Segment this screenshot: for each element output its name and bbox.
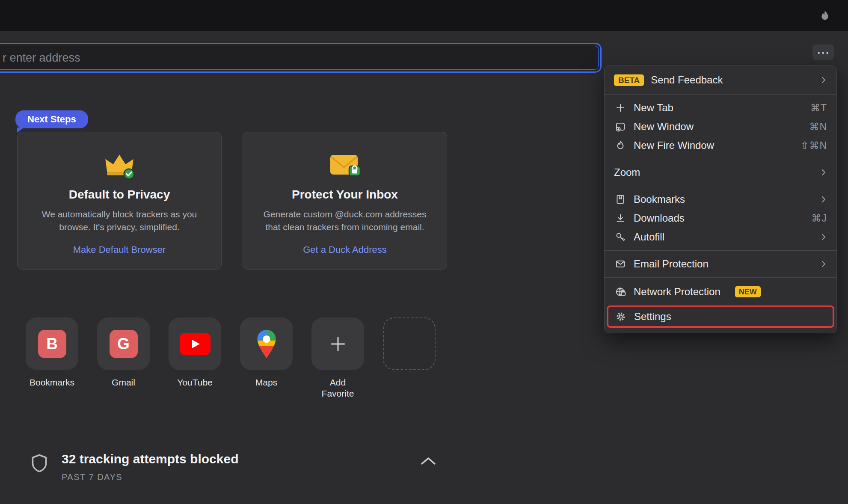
ellipsis-icon: ⋯ [817,45,830,60]
beta-badge: BETA [614,74,644,86]
favorites-row: B Bookmarks G Gmail YouTube [26,317,436,400]
favorite-maps[interactable]: Maps [240,317,293,400]
shield-icon [30,452,49,473]
favorite-placeholder [383,317,436,400]
favorite-tile[interactable] [240,317,293,370]
privacy-report: 32 tracking attempts blocked PAST 7 DAYS [30,452,238,482]
chevron-up-icon [420,456,436,465]
shortcut: ⌘T [810,102,827,114]
next-steps-tag: Next Steps [15,110,88,128]
menu-item-label: New Window [634,121,694,133]
collapse-report-button[interactable] [420,456,436,467]
card-body: We automatically block trackers as you b… [35,208,204,234]
menu-item-downloads[interactable]: Downloads ⌘J [605,209,836,228]
gear-icon [614,310,627,323]
shortcut: ⇧⌘N [801,140,827,151]
envelope-icon [614,258,627,270]
menu-item-label: Settings [634,311,671,323]
chevron-right-icon [820,260,827,268]
plus-icon [614,101,627,114]
chevron-right-icon [820,168,827,177]
letter-b-icon: B [38,330,66,358]
favorite-tile[interactable] [311,317,364,370]
chevron-right-icon [820,76,827,84]
address-bar [0,43,602,73]
favorite-tile[interactable]: B [26,317,78,370]
add-favorite[interactable]: Add Favorite [311,317,364,400]
next-steps-label: Next Steps [27,114,76,125]
fire-button[interactable] [817,8,833,24]
make-default-browser-link[interactable]: Make Default Browser [73,244,166,255]
menu-item-bookmarks[interactable]: Bookmarks [605,190,836,209]
card-body: Generate custom @duck.com addresses that… [260,208,430,234]
favorite-label: Bookmarks [30,377,74,388]
menu-item-label: Bookmarks [634,193,685,205]
menu-item-label: Zoom [614,166,640,178]
menu-item-new-fire-window[interactable]: New Fire Window ⇧⌘N [605,136,836,155]
privacy-report-title: 32 tracking attempts blocked [62,452,238,466]
menu-item-network-protection[interactable]: Network Protection NEW [605,282,836,302]
favorite-placeholder-tile [383,317,436,370]
menu-item-label: New Tab [634,102,673,114]
window-titlebar [0,0,848,31]
favorite-label: Add Favorite [315,377,361,400]
key-icon [614,231,627,243]
menu-separator [605,159,836,159]
address-bar-field [0,46,599,70]
menu-item-zoom[interactable]: Zoom [605,163,836,182]
browser-menu: BETA Send Feedback New Tab ⌘T New Window… [604,65,837,333]
menu-item-new-tab[interactable]: New Tab ⌘T [605,98,836,117]
bookmarks-icon [614,193,627,206]
card-default-to-privacy: Default to Privacy We automatically bloc… [17,132,222,270]
card-title: Default to Privacy [69,188,170,202]
fire-icon [614,139,627,152]
envelope-lock-icon [327,144,363,186]
browser-window: ⋯ BETA Send Feedback New Tab ⌘T [0,0,848,504]
settings-highlight-annotation: Settings [607,305,834,328]
menu-item-label: Autofill [634,231,664,243]
chevron-right-icon [820,233,827,241]
shortcut: ⌘J [812,213,827,224]
favorite-label: Maps [255,377,277,388]
youtube-icon [180,333,211,355]
shortcut: ⌘N [809,121,827,133]
favorite-gmail[interactable]: G Gmail [97,317,150,400]
get-duck-address-link[interactable]: Get a Duck Address [303,244,387,255]
new-badge: NEW [735,286,761,297]
menu-item-autofill[interactable]: Autofill [605,228,836,246]
tile-letter: B [46,335,58,353]
menu-item-label: New Fire Window [634,139,714,151]
add-favorite-plus-icon [328,334,348,354]
favorite-label: YouTube [177,377,213,388]
favorite-youtube[interactable]: YouTube [169,317,221,400]
menu-item-send-feedback[interactable]: BETA Send Feedback [605,70,836,90]
menu-item-email-protection[interactable]: Email Protection [605,255,836,273]
flame-icon [818,9,831,22]
menu-item-settings[interactable]: Settings [608,307,833,326]
globe-lock-icon [614,285,627,298]
favorite-tile[interactable] [169,317,221,370]
menu-separator [605,277,836,278]
address-input[interactable] [3,51,592,65]
browser-menu-button[interactable]: ⋯ [812,44,834,60]
menu-item-label: Network Protection [634,286,721,298]
menu-separator [605,94,836,95]
menu-separator [605,186,836,186]
privacy-report-subtitle: PAST 7 DAYS [62,472,238,482]
favorite-label: Gmail [112,377,135,388]
favorite-tile[interactable]: G [97,317,150,370]
menu-item-label: Send Feedback [651,74,723,86]
new-window-icon [614,120,627,133]
card-protect-your-inbox: Protect Your Inbox Generate custom @duck… [243,132,447,270]
menu-separator [605,250,836,251]
menu-item-new-window[interactable]: New Window ⌘N [605,117,836,136]
letter-g-icon: G [110,330,138,358]
privacy-report-text: 32 tracking attempts blocked PAST 7 DAYS [62,452,238,482]
menu-item-label: Email Protection [634,258,709,270]
download-icon [614,212,627,225]
favorite-bookmarks[interactable]: B Bookmarks [26,317,78,400]
menu-item-label: Downloads [634,212,685,224]
maps-pin-icon [256,329,277,359]
tile-letter: G [117,335,130,353]
crown-check-icon [102,144,137,186]
